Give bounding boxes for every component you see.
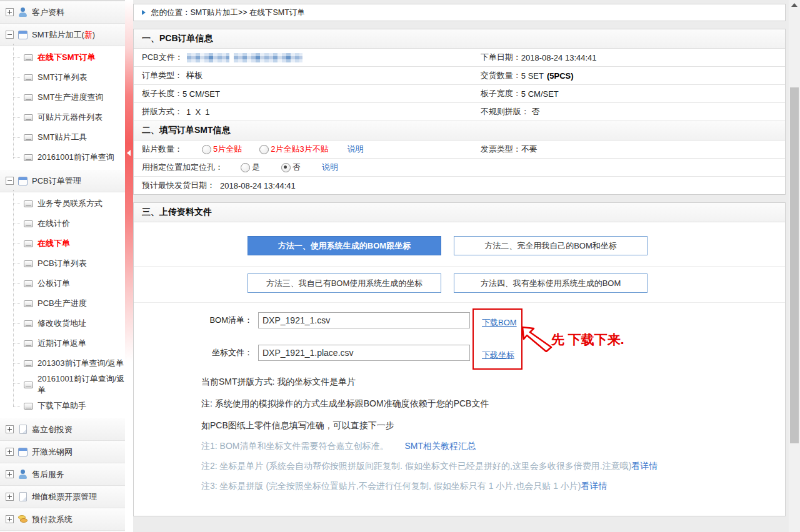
scrollbar-thumb[interactable] — [790, 87, 799, 443]
radio-2of5[interactable] — [259, 145, 269, 154]
radio-no-label[interactable]: 否 — [292, 162, 301, 173]
sidebar-item-pre-201303-order-query[interactable]: 201303前订单查询/返单 — [0, 353, 125, 373]
collapse-minus-icon[interactable] — [6, 177, 14, 185]
expand-plus-icon[interactable] — [6, 448, 14, 456]
sidebar-item-online-pricing[interactable]: 在线计价 — [0, 214, 125, 234]
list-icon — [24, 382, 33, 388]
radio-all5[interactable] — [202, 145, 211, 154]
explain-link[interactable]: 说明 — [322, 162, 338, 173]
order-date-value: 2018-08-24 13:44:41 — [521, 53, 597, 62]
sidebar-item-edit-shipping-address[interactable]: 修改收货地址 — [0, 313, 125, 333]
method-buttons-row1: 方法一、使用系统生成的BOM跟坐标 方法二、完全用我自己的BOM和坐标 — [248, 236, 648, 255]
sidebar-item-pre-20161001-order-query[interactable]: 20161001前订单查询 — [0, 147, 125, 167]
calendar-icon — [18, 177, 28, 185]
table-row: 拼版方式： 1 X 1 不规则拼版： 否 — [134, 103, 785, 121]
sidebar-item-pre-20161001-order-reorder[interactable]: 20161001前订单查询/返单 — [0, 373, 125, 396]
order-type-label: 订单类型： — [142, 70, 182, 81]
list-icon — [24, 320, 33, 327]
collapse-minus-icon[interactable] — [6, 31, 14, 39]
list-icon — [24, 300, 33, 307]
sidebar-item-recent-reorder[interactable]: 近期订单返单 — [0, 333, 125, 353]
document-icon — [19, 425, 27, 434]
expand-plus-icon[interactable] — [6, 470, 14, 478]
bom-list-label: BOM清单： — [196, 315, 252, 326]
expand-plus-icon[interactable] — [6, 8, 14, 16]
board-width-label: 板子宽度： — [481, 88, 521, 99]
bom-file-input[interactable] — [258, 312, 470, 328]
expand-plus-icon[interactable] — [6, 425, 14, 433]
method1-button[interactable]: 方法一、使用系统生成的BOM跟坐标 — [248, 236, 441, 255]
ship-date-value: 2018-08-24 13:44:41 — [220, 181, 296, 190]
divider — [134, 266, 785, 267]
note-next-step: 如PCB图纸上零件信息填写准确，可以直接下一步 — [201, 415, 489, 436]
qty-label: 交货数量： — [481, 70, 521, 81]
sidebar-group-prepayment-system[interactable]: 预付款系统 — [0, 508, 125, 531]
list-icon — [24, 360, 33, 367]
sidebar-item-pcb-production-progress[interactable]: PCB生产进度 — [0, 293, 125, 313]
divider — [134, 302, 785, 303]
sidebar-group-label: 客户资料 — [32, 7, 64, 18]
sidebar-group-vat-invoice-mgmt[interactable]: 增值税票开票管理 — [0, 486, 125, 508]
panelization-label: 拼版方式： — [142, 106, 182, 117]
sidebar-item-smt-order-list[interactable]: SMT订单列表 — [0, 67, 125, 87]
sidebar-item-mountable-components-list[interactable]: 可贴片元器件列表 — [0, 107, 125, 127]
ship-date-label: 预计最快发货日期： — [142, 180, 215, 191]
sidebar-group-pcb-order-mgmt[interactable]: PCB订单管理 — [0, 170, 125, 192]
method2-button[interactable]: 方法二、完全用我自己的BOM和坐标 — [454, 236, 648, 255]
download-bom-link[interactable]: 下载BOM — [482, 317, 517, 328]
list-icon — [24, 403, 33, 410]
sidebar-item-download-order-helper[interactable]: 下载下单助手 — [0, 396, 125, 416]
upload-area: BOM清单： 坐标文件： 下载BOM 下载坐标 先 下载下来. — [134, 308, 785, 371]
radio-2of5-label[interactable]: 2片全贴3片不贴 — [271, 144, 328, 155]
method4-button[interactable]: 方法四、我有坐标使用系统生成的BOM — [454, 273, 648, 293]
collapse-arrow-icon[interactable] — [127, 150, 131, 156]
expand-plus-icon[interactable] — [6, 515, 14, 523]
radio-no[interactable] — [281, 163, 291, 172]
hand-drawn-arrow-icon — [521, 325, 554, 352]
coins-icon — [18, 515, 28, 524]
sidebar-item-smt-tools[interactable]: SMT贴片工具 — [0, 127, 125, 147]
method3-button[interactable]: 方法三、我自已有BOM使用系统生成的坐标 — [248, 273, 441, 293]
irregular-panel-value: 否 — [532, 106, 540, 117]
sidebar-group-smt-processing[interactable]: SMT贴片加工(新) — [0, 24, 125, 46]
radio-yes[interactable] — [241, 163, 250, 172]
sidebar-item-smt-production-progress[interactable]: SMT生产进度查询 — [0, 87, 125, 107]
sidebar-item-online-smt-order[interactable]: 在线下SMT订单 — [0, 47, 125, 67]
list-icon — [24, 114, 33, 121]
radio-all5-label[interactable]: 5片全贴 — [213, 144, 242, 155]
sidebar-group-customer-data[interactable]: 客户资料 — [0, 1, 125, 24]
qty-pcs-value: (5PCS) — [547, 71, 574, 81]
radio-yes-label[interactable]: 是 — [252, 162, 260, 173]
section2-title: 二、填写订单SMT信息 — [134, 121, 785, 140]
sidebar-item-pcb-order-list[interactable]: PCB订单列表 — [0, 254, 125, 273]
see-details-link[interactable]: 看详情 — [581, 481, 607, 491]
see-details-link[interactable]: 看详情 — [631, 461, 658, 471]
panelization-value: 1 X 1 — [186, 107, 210, 117]
sidebar-item-public-board-order[interactable]: 公板订单 — [0, 273, 125, 293]
pcb-submenu: 业务专员联系方式 在线计价 在线下单 PCB订单列表 公板订单 PCB生产进度 … — [0, 192, 125, 418]
footnote-3: 注3: 坐标是拼版 (完全按照坐标位置贴片,不会进行任何复制, 假如坐标只有 1… — [201, 476, 658, 496]
board-length-value: 5 CM/SET — [182, 89, 220, 99]
breadcrumb-text: 您的位置：SMT贴片加工>> 在线下SMT订单 — [151, 7, 305, 18]
breadcrumb: 您的位置：SMT贴片加工>> 在线下SMT订单 — [133, 4, 786, 21]
smt-tutorials-link[interactable]: SMT相关教程汇总 — [404, 441, 476, 451]
footnote-2: 注2: 坐标是单片 (系统会自动帮你按照拼版间距复制. 假如坐标文件已经是拼好的… — [201, 456, 658, 476]
pcb-file-censored-mosaic — [187, 53, 229, 62]
scroll-up-arrow-icon[interactable] — [791, 3, 798, 7]
sidebar-item-specialist-contact[interactable]: 业务专员联系方式 — [0, 194, 125, 214]
note-current-mode: 当前SMT拼版方式: 我的坐标文件是单片 — [201, 371, 489, 393]
table-row: 用指定位置加定位孔： 是 否 说明 — [134, 159, 785, 177]
place-file-input[interactable] — [258, 345, 470, 361]
sidebar-group-after-sales[interactable]: 售后服务 — [0, 463, 125, 486]
qty-value: 5 SET — [521, 71, 544, 81]
explain-link[interactable]: 说明 — [348, 144, 364, 155]
sidebar-item-online-order[interactable]: 在线下单 — [0, 234, 125, 254]
sidebar-group-laser-stencil[interactable]: 开激光钢网 — [0, 441, 125, 463]
place-row: 坐标文件： — [196, 345, 470, 361]
bom-row: BOM清单： — [196, 312, 470, 328]
expand-plus-icon[interactable] — [6, 493, 14, 501]
upload-footnotes: 注1: BOM清单和坐标文件需要符合嘉立创标准。SMT相关教程汇总 注2: 坐标… — [201, 436, 658, 496]
sidebar-group-jlc-investment[interactable]: 嘉立创投资 — [0, 418, 125, 441]
download-place-link[interactable]: 下载坐标 — [482, 350, 514, 361]
list-icon — [24, 154, 33, 161]
